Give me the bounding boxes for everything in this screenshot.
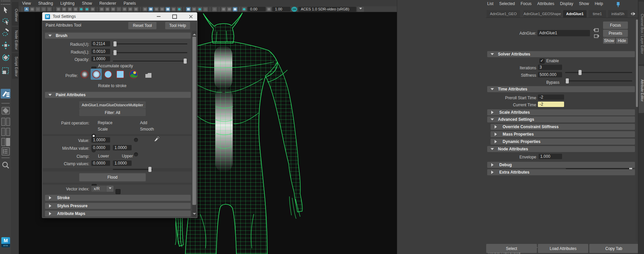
opacity-field[interactable]: 1.0000: [91, 56, 110, 62]
vector-index-dropdown-arrow[interactable]: [106, 186, 113, 192]
filter-button[interactable]: Filter: All: [79, 109, 146, 116]
section-stylus-pressure[interactable]: Stylus Pressure: [45, 203, 191, 209]
select-tool-icon[interactable]: [1, 5, 10, 14]
tab-initialsh[interactable]: initialSh: [608, 10, 628, 17]
tool-settings-titlebar[interactable]: M Tool Settings: [42, 12, 197, 21]
shaded-cube-icon[interactable]: [148, 7, 153, 11]
envelope-field[interactable]: 1.000: [539, 154, 562, 159]
resolution-gate-icon[interactable]: [111, 7, 116, 11]
single-pane-layout-button[interactable]: [2, 107, 10, 114]
two-pane-layout-button[interactable]: [1, 128, 10, 135]
motion-blur-icon[interactable]: [192, 7, 196, 11]
section-dynamic-properties[interactable]: Dynamic Properties: [491, 139, 635, 145]
radius-l-field[interactable]: 0.0010: [91, 49, 110, 54]
brush-profile-image[interactable]: [129, 70, 138, 79]
rotate-tool-icon[interactable]: [1, 53, 10, 62]
anti-alias-icon[interactable]: [197, 7, 202, 11]
tab-adnglue1-geo[interactable]: AdnGlue1_GEO: [487, 10, 520, 17]
max-value-field[interactable]: 1.0000: [113, 145, 132, 150]
viewport-toolbar-icon[interactable]: [90, 7, 95, 11]
isolate-select-icon[interactable]: [212, 7, 217, 11]
menu-focus[interactable]: Focus: [520, 1, 532, 6]
section-paint-attributes[interactable]: Paint Attributes: [45, 92, 191, 98]
iterations-field[interactable]: 3: [538, 65, 562, 70]
material-icon[interactable]: [160, 7, 165, 11]
menu-selected[interactable]: Selected: [499, 1, 515, 6]
viewport-toolbar-icon[interactable]: [73, 7, 78, 11]
clamp-min-field[interactable]: 0.0000: [91, 160, 110, 166]
hide-button[interactable]: Hide: [616, 38, 628, 44]
input-connection-icon[interactable]: [593, 28, 599, 33]
paint-select-tool-icon[interactable]: [1, 28, 10, 37]
menu-attributes[interactable]: Attributes: [537, 1, 554, 6]
enable-checkbox[interactable]: [540, 59, 545, 64]
viewport-toolbar-icon[interactable]: [56, 7, 61, 11]
split-pane-layout-button[interactable]: [1, 138, 10, 145]
toolbox-grip[interactable]: [1, 1, 10, 5]
select-highlight-icon[interactable]: [24, 7, 29, 11]
menu-display[interactable]: Display: [560, 1, 573, 6]
tab-attribute-editor[interactable]: Attribute Editor: [639, 66, 644, 113]
presets-button[interactable]: Presets: [603, 30, 628, 37]
select-button[interactable]: Select: [486, 244, 537, 253]
maximize-button[interactable]: [170, 13, 179, 20]
value-field[interactable]: 1.0000: [91, 137, 110, 143]
viewport-toolbar-icon[interactable]: [128, 7, 133, 11]
min-value-field[interactable]: 0.0000: [91, 145, 110, 150]
paint-attribute-button[interactable]: AdnGlue1.maxGlueDistanceMultiplier: [79, 101, 146, 109]
menu-shading[interactable]: Shading: [38, 1, 53, 6]
section-brush[interactable]: Brush: [45, 33, 191, 39]
viewport-toolbar-icon[interactable]: [79, 7, 84, 11]
gamma-field[interactable]: 1.00: [272, 7, 290, 11]
tab-channel-box-layer-editor[interactable]: Channel Box / Layer Editor: [639, 2, 644, 64]
menu-panels[interactable]: Panels: [124, 1, 136, 6]
crop-region-icon[interactable]: [233, 7, 237, 11]
brush-profile-gaussian[interactable]: [80, 70, 89, 79]
node-name-field[interactable]: AdnGlue1: [538, 30, 590, 36]
section-node-attributes[interactable]: Node Attributes: [487, 146, 635, 152]
tab-adnglue1-geoshape[interactable]: AdnGlue1_GEOShape: [523, 10, 561, 17]
wireframe-icon[interactable]: [143, 7, 147, 11]
clamp-max-field[interactable]: 1.0000: [113, 160, 132, 166]
menu-show[interactable]: Show: [82, 1, 92, 6]
viewport-toolbar-icon[interactable]: [117, 7, 121, 11]
viewport-toolbar-icon[interactable]: [47, 7, 52, 11]
opacity-slider[interactable]: [113, 61, 187, 62]
section-advanced-settings[interactable]: Advanced Settings: [487, 116, 635, 122]
output-connection-icon[interactable]: [593, 34, 599, 39]
pin-icon[interactable]: [615, 1, 621, 7]
brush-profile-soft-selected[interactable]: [91, 69, 102, 80]
lasso-select-tool-icon[interactable]: [1, 17, 10, 25]
show-button[interactable]: Show: [603, 38, 615, 44]
browse-profile-folder-icon[interactable]: [144, 71, 153, 80]
paint-attributes-tool-icon[interactable]: [1, 89, 10, 99]
color-management-toggle[interactable]: ON: [291, 7, 297, 12]
viewport-toolbar-icon[interactable]: [41, 7, 46, 11]
current-time-field[interactable]: -2: [538, 102, 564, 107]
stiffness-slider[interactable]: [565, 80, 632, 81]
maya-logo[interactable]: M AYA: [1, 237, 10, 247]
preroll-start-time-field[interactable]: -2: [538, 95, 564, 100]
tab-scroll-left-icon[interactable]: [629, 12, 633, 15]
grid-icon[interactable]: [99, 7, 104, 11]
section-time-attributes[interactable]: Time Attributes: [487, 86, 635, 92]
gamma-icon[interactable]: [267, 7, 271, 11]
lights-icon[interactable]: [171, 7, 176, 11]
viewport-toolbar-icon[interactable]: [227, 7, 232, 11]
focus-button[interactable]: Focus: [603, 22, 628, 29]
copy-tab-button[interactable]: Copy Tab: [589, 244, 638, 253]
textured-icon[interactable]: [154, 7, 159, 11]
colorspace-dropdown[interactable]: ACES 1.0 SDR-video (sRGB): [298, 7, 356, 12]
section-debug[interactable]: Debug: [487, 162, 635, 168]
scale-tool-icon[interactable]: [1, 67, 10, 75]
reset-tool-button[interactable]: Reset Tool: [128, 22, 156, 29]
flood-button[interactable]: Flood: [79, 173, 146, 181]
four-pane-layout-button[interactable]: [1, 118, 10, 125]
menu-lighting[interactable]: Lighting: [60, 1, 75, 6]
brush-profile-square[interactable]: [116, 70, 125, 79]
viewport-toolbar-icon[interactable]: [221, 7, 226, 11]
radius-u-field[interactable]: 0.2114: [91, 41, 110, 46]
section-stroke[interactable]: Stroke: [45, 195, 191, 201]
exposure-icon[interactable]: [242, 7, 246, 11]
tab-adnglue1[interactable]: AdnGlue1: [563, 10, 587, 17]
